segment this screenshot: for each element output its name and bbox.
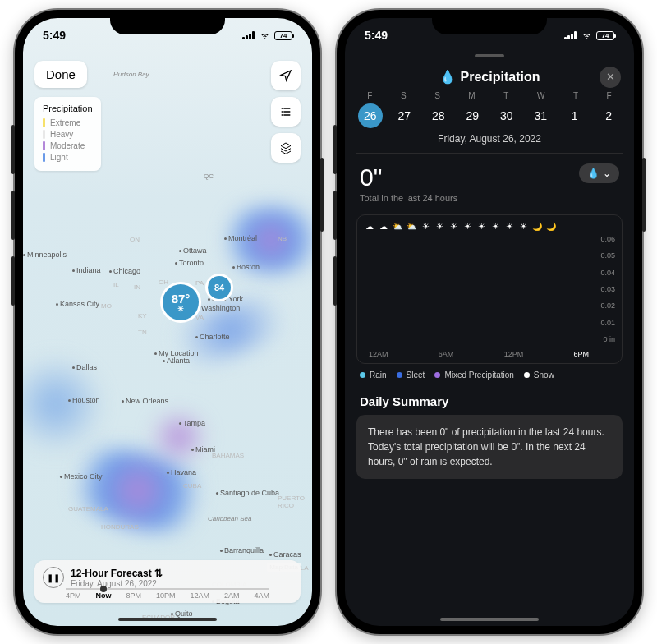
home-indicator[interactable]: [440, 618, 539, 621]
location-arrow-icon[interactable]: [271, 61, 301, 90]
notch: [110, 10, 225, 34]
list-icon[interactable]: [271, 97, 301, 126]
chart-y-axis: 0.060.050.040.030.020.010 in: [600, 235, 615, 343]
wifi-icon: [581, 31, 593, 40]
region-pa: PA: [195, 279, 204, 287]
days-row: 26 27 28 29 30 31 1 2: [345, 100, 634, 133]
total-value: 0": [360, 163, 382, 191]
status-time: 5:49: [43, 29, 66, 42]
region-ky: KY: [138, 312, 147, 320]
day-28[interactable]: 28: [426, 104, 451, 128]
region-guatemala: GUATEMALA: [68, 505, 108, 513]
daily-summary-title: Daily Summary: [345, 386, 634, 415]
precipitation-chart[interactable]: ☁☁⛅⛅☀☀☀☀☀☀☀☀🌙🌙 0.060.050.040.030.020.010…: [356, 214, 623, 364]
label-qc: QC: [204, 172, 214, 180]
region-mo: MO: [101, 302, 112, 310]
droplet-icon: 💧: [439, 69, 456, 85]
battery-icon: 74: [274, 31, 292, 40]
legend-title: Precipitation: [43, 104, 93, 113]
hourly-condition-icons: ☁☁⛅⛅☀☀☀☀☀☀☀☀🌙🌙: [364, 222, 557, 231]
layers-icon[interactable]: [271, 133, 301, 163]
day-29[interactable]: 29: [460, 104, 485, 128]
signal-icon: [242, 31, 255, 39]
region-il: IL: [113, 281, 119, 288]
forecast-timeline[interactable]: 4PM Now 8PM 10PM 12AM 2AM 4AM: [43, 588, 292, 600]
precipitation-legend: Precipitation Extreme Heavy Moderate Lig…: [34, 97, 101, 171]
city-ottawa: Ottawa: [179, 246, 207, 255]
sheet-header: 💧 Precipitation ✕: [345, 59, 634, 91]
map-screen: 5:49 74 Hudson Bay QC Montréal Ottawa To…: [23, 18, 312, 626]
city-barranquilla: Barranquilla: [220, 546, 264, 554]
sun-icon: ☀: [177, 306, 184, 313]
battery-icon: 74: [596, 31, 614, 40]
city-chicago: Chicago: [109, 267, 140, 275]
region-in: IN: [134, 283, 140, 291]
total-row: 0" 💧 ⌄: [345, 154, 634, 193]
day-27[interactable]: 27: [392, 104, 416, 128]
city-montreal: Montréal: [224, 234, 257, 242]
close-button[interactable]: ✕: [600, 67, 621, 88]
region-tn: TN: [138, 329, 147, 336]
phone-frame-left: 5:49 74 Hudson Bay QC Montréal Ottawa To…: [15, 10, 320, 634]
day-26[interactable]: 26: [358, 104, 383, 128]
chart-legend: Rain Sleet Mixed Precipitation Snow: [345, 364, 634, 386]
region-cuba: CUBA: [183, 482, 201, 490]
timeline-scrubber[interactable]: [100, 586, 107, 592]
city-santiago: Santiago de Cuba: [216, 489, 279, 497]
daily-summary-text: There has been 0" of precipitation in th…: [356, 415, 623, 479]
day-2[interactable]: 2: [596, 104, 621, 128]
chart-x-axis: 12AM6AM12PM6PM: [369, 350, 589, 358]
temperature-badge-main[interactable]: 87°☀: [163, 284, 199, 320]
city-boston: Boston: [232, 263, 260, 271]
sheet-handle[interactable]: [475, 54, 504, 58]
city-dallas: Dallas: [72, 363, 97, 371]
region-va: VA: [195, 314, 204, 321]
droplet-icon: 💧: [587, 168, 600, 179]
city-mexico: Mexico City: [60, 472, 103, 481]
precipitation-screen: 5:49 74 💧 Precipitation ✕ FSSMTWTF 26 27…: [345, 18, 634, 626]
home-indicator[interactable]: [118, 618, 217, 621]
region-bahamas: BAHAMAS: [212, 452, 244, 459]
city-havana: Havana: [167, 468, 196, 476]
status-icons: 74: [564, 31, 614, 40]
city-neworleans: New Orleans: [122, 397, 168, 405]
total-subtitle: Total in the last 24 hours: [345, 193, 634, 211]
signal-icon: [564, 31, 577, 39]
city-tampa: Tampa: [179, 419, 205, 427]
city-toronto: Toronto: [175, 259, 204, 267]
wifi-icon: [259, 31, 271, 40]
label-caribbean: Caribbean Sea: [208, 515, 251, 522]
day-1[interactable]: 1: [563, 104, 587, 128]
status-time: 5:49: [365, 29, 388, 42]
region-on: ON: [130, 236, 140, 243]
forecast-bar: ❚❚ 12-Hour Forecast ⇅ Friday, August 26,…: [34, 560, 301, 603]
day-30[interactable]: 30: [494, 104, 519, 128]
weekday-row: FSSMTWTF: [345, 91, 634, 100]
city-caracas: Caracas: [269, 550, 301, 559]
region-puerto: PUERTO RICO: [278, 494, 312, 509]
pause-button[interactable]: ❚❚: [43, 567, 64, 588]
status-icons: 74: [242, 31, 292, 40]
sheet-title: 💧 Precipitation: [439, 69, 540, 85]
phone-frame-right: 5:49 74 💧 Precipitation ✕ FSSMTWTF 26 27…: [337, 10, 642, 634]
region-oh: OH: [159, 278, 168, 286]
region-nb: NB: [278, 235, 287, 242]
forecast-date: Friday, August 26, 2022: [71, 579, 163, 588]
region-honduras: HONDURAS: [101, 523, 139, 531]
city-minneapolis: Minneapolis: [23, 251, 67, 259]
city-charlotte: Charlotte: [195, 333, 230, 341]
done-button[interactable]: Done: [34, 61, 87, 88]
city-houston: Houston: [68, 396, 100, 404]
full-date: Friday, August 26, 2022: [345, 133, 634, 153]
forecast-title[interactable]: 12-Hour Forecast ⇅: [71, 568, 163, 579]
map-controls: [271, 61, 301, 163]
precipitation-type-button[interactable]: 💧 ⌄: [579, 163, 619, 183]
temperature-badge-small[interactable]: 84: [208, 276, 231, 299]
chevron-down-icon: ⌄: [603, 168, 611, 179]
notch: [432, 10, 547, 34]
city-kansas: Kansas City: [56, 300, 99, 308]
label-hudson: Hudson Bay: [113, 71, 149, 78]
day-31[interactable]: 31: [528, 104, 553, 128]
city-washington: Washington: [197, 304, 240, 312]
city-indiana: Indiana: [72, 266, 101, 274]
